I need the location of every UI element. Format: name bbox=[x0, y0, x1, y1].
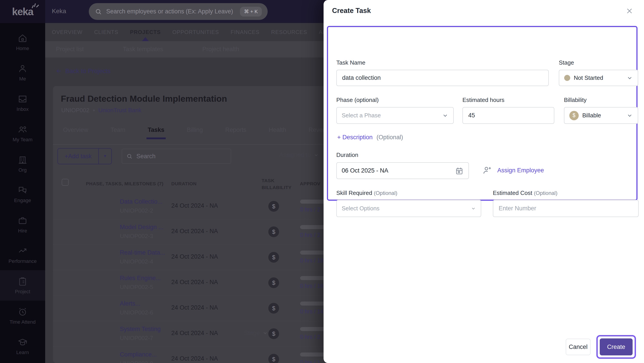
tab-team[interactable]: Team bbox=[111, 126, 126, 139]
sidebar-item-label: Home bbox=[16, 46, 29, 51]
sidebar-item-engage[interactable]: Engage bbox=[0, 179, 45, 209]
column-header-duration: DURATION bbox=[171, 181, 196, 186]
task-name-link[interactable]: Real-time Data... bbox=[120, 249, 165, 256]
sidebar-item-learn[interactable]: Learn bbox=[0, 331, 45, 362]
task-code: UNIOP002-8 bbox=[120, 360, 153, 363]
sidebar-item-me[interactable]: Me bbox=[0, 57, 45, 88]
phase-placeholder: Select a Phase bbox=[342, 112, 381, 119]
assign-employee-link[interactable]: Assign Employee bbox=[497, 167, 544, 174]
phase-label: Phase (optional) bbox=[336, 97, 378, 103]
sidebar-item-label: Org bbox=[18, 167, 27, 173]
task-duration: 24 Oct 2024 - NA bbox=[171, 202, 218, 209]
tab-tasks[interactable]: Tasks bbox=[148, 126, 164, 139]
nav-opportunities[interactable]: OPPORTUNITIES bbox=[172, 29, 219, 35]
dot-separator bbox=[93, 109, 95, 111]
skill-label-text: Skill Required bbox=[336, 190, 372, 196]
column-header-tasks: PHASE, TASKS, MILESTONES (7) bbox=[86, 181, 164, 186]
sidebar-item-label: Inbox bbox=[16, 106, 28, 112]
sidebar-item-home[interactable]: Home bbox=[0, 27, 45, 57]
close-icon[interactable] bbox=[625, 7, 634, 15]
task-name-link[interactable]: Alerts... bbox=[120, 300, 140, 307]
back-to-projects-link[interactable]: Back to Projects bbox=[56, 67, 110, 75]
assigned-to-filter[interactable]: Assigned to bbox=[279, 152, 319, 158]
billability-label: Billability bbox=[564, 97, 586, 103]
sidebar-item-org[interactable]: Org bbox=[0, 149, 45, 179]
home-icon bbox=[18, 33, 28, 43]
task-name-link[interactable]: Rules Engine... bbox=[120, 275, 161, 282]
nav-overview[interactable]: OVERVIEW bbox=[52, 29, 82, 35]
nav-finances[interactable]: FINANCES bbox=[230, 29, 260, 35]
assign-employee[interactable]: Assign Employee bbox=[482, 165, 544, 175]
task-name-link[interactable]: System Testing bbox=[120, 326, 161, 333]
add-task-caret-icon[interactable]: ▼ bbox=[99, 154, 111, 158]
nav-clients[interactable]: CLIENTS bbox=[94, 29, 118, 35]
task-code: UNIOP002-2 bbox=[120, 207, 153, 214]
tab-overview[interactable]: Overview bbox=[63, 126, 88, 139]
task-name-link[interactable]: Model Design ... bbox=[120, 224, 164, 231]
task-name-link[interactable]: Compliance... bbox=[120, 351, 157, 358]
team-icon bbox=[18, 124, 28, 135]
sidebar-item-label: Time Attend bbox=[10, 319, 36, 325]
task-code: UNIOP002-7 bbox=[120, 335, 153, 342]
sidebar-item-inbox[interactable]: Inbox bbox=[0, 88, 45, 118]
stage-select[interactable]: Not Started bbox=[559, 70, 638, 86]
engage-icon bbox=[18, 185, 28, 195]
nav-resources[interactable]: RESOURCES bbox=[271, 29, 307, 35]
duration-label: Duration bbox=[336, 152, 358, 158]
tab-health[interactable]: Health bbox=[269, 126, 286, 139]
tab-reports[interactable]: Reports bbox=[225, 126, 246, 139]
estimated-cost-input[interactable] bbox=[493, 200, 639, 217]
calendar-icon[interactable] bbox=[455, 167, 464, 175]
estimated-hours-input[interactable] bbox=[462, 107, 554, 124]
app-name: Keka bbox=[52, 7, 66, 15]
project-code: UNIOP002 bbox=[61, 107, 90, 114]
subnav-project-list[interactable]: Project list bbox=[56, 46, 84, 53]
select-all-checkbox[interactable] bbox=[62, 179, 69, 186]
create-button-highlight-ring: Create bbox=[596, 335, 636, 359]
task-duration: 24 Oct 2024 - NA bbox=[171, 355, 218, 362]
sidebar-item-hire[interactable]: Hire bbox=[0, 209, 45, 240]
create-button[interactable]: Create bbox=[600, 339, 632, 356]
phase-select[interactable]: Select a Phase bbox=[336, 107, 454, 124]
skill-select[interactable]: Select Options bbox=[336, 200, 481, 217]
project-title: Fraud Detection Module Implementation bbox=[61, 94, 227, 104]
billable-icon: $ bbox=[268, 201, 279, 212]
project-subtitle: UNIOP002 UnionTrust Bank bbox=[61, 107, 141, 114]
billable-icon: $ bbox=[268, 354, 279, 363]
logo-spark-icon bbox=[31, 3, 39, 9]
sub-nav: Project list Task templates Project heal… bbox=[56, 41, 239, 57]
subnav-task-templates[interactable]: Task templates bbox=[123, 46, 163, 53]
cancel-button[interactable]: Cancel bbox=[566, 339, 590, 355]
sidebar-item-my-team[interactable]: My Team bbox=[0, 118, 45, 149]
form-highlight-box: Task Name Stage Not Started Phase (optio… bbox=[327, 26, 638, 201]
duration-date-field[interactable]: 06 Oct 2025 - NA bbox=[336, 162, 469, 179]
task-duration: 24 Oct 2024 - NA bbox=[171, 330, 218, 337]
description-optional: (Optional) bbox=[376, 134, 403, 141]
add-description-link[interactable]: + Description (Optional) bbox=[337, 134, 403, 141]
tab-billing[interactable]: Billing bbox=[187, 126, 203, 139]
subnav-project-health[interactable]: Project health bbox=[202, 46, 239, 53]
logo-box: keka bbox=[0, 0, 45, 23]
main-nav: OVERVIEW CLIENTS PROJECTS OPPORTUNITIES … bbox=[52, 23, 353, 41]
billable-icon: $ bbox=[268, 252, 279, 263]
sidebar-item-project[interactable]: Project bbox=[0, 270, 45, 301]
stage-label: Stage bbox=[559, 59, 574, 66]
task-search-input[interactable]: Search bbox=[122, 149, 231, 164]
modal-title: Create Task bbox=[332, 7, 371, 15]
sidebar-item-performance[interactable]: Performance bbox=[0, 240, 45, 270]
logo-wordmark: keka bbox=[12, 6, 33, 17]
nav-projects[interactable]: PROJECTS bbox=[130, 29, 160, 35]
task-name-link[interactable]: Data Collectio... bbox=[120, 198, 162, 205]
column-header-billability: TASK BILLABILITY bbox=[262, 177, 298, 191]
global-search[interactable]: Search employees or actions (Ex: Apply L… bbox=[89, 3, 268, 20]
billability-select[interactable]: $ Billable bbox=[564, 107, 638, 124]
add-task-button[interactable]: +Add task ▼ bbox=[58, 148, 112, 164]
sidebar: Home Me Inbox My Team Org Engage Hire P bbox=[0, 23, 45, 363]
task-name-label: Task Name bbox=[336, 59, 366, 66]
task-name-input[interactable] bbox=[336, 70, 549, 86]
task-hours: 0 hrs / 16 bbox=[300, 283, 323, 289]
back-arrow-icon bbox=[56, 68, 62, 74]
task-hours: 0 hrs / 2 bbox=[300, 206, 320, 213]
project-client-link[interactable]: UnionTrust Bank bbox=[98, 107, 142, 114]
sidebar-item-time-attend[interactable]: Time Attend bbox=[0, 301, 45, 331]
